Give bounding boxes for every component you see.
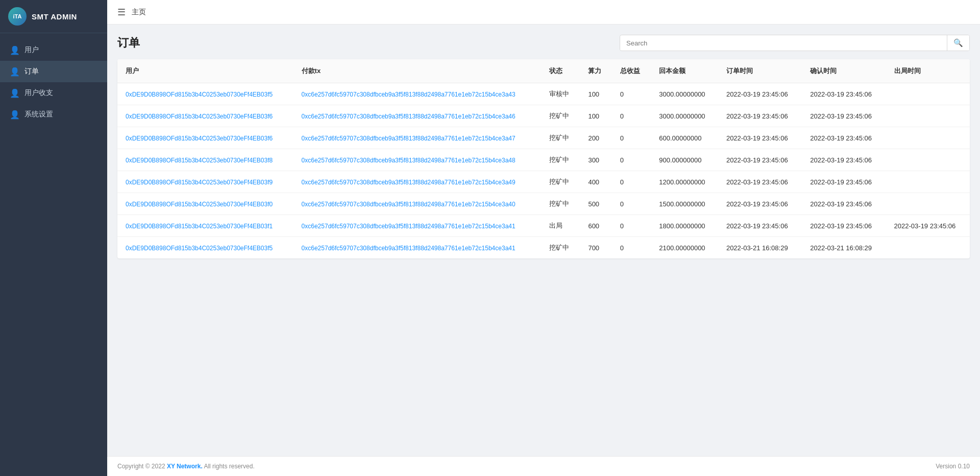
cell-income: 0	[612, 83, 651, 105]
topbar: ☰ 主页	[107, 0, 980, 25]
cell-user[interactable]: 0xDE9D0B898OFd815b3b4C0253eb0730eFf4EB03…	[117, 149, 293, 171]
sidebar-item-settings-label: 系统设置	[24, 110, 53, 119]
footer-version: Version 0.10	[936, 463, 970, 470]
col-order-time: 订单时间	[718, 59, 802, 83]
sidebar-item-user-income-label: 用户收支	[24, 88, 53, 98]
page-header: 订单 🔍	[117, 35, 970, 51]
table-row: 0xDE9D0B898OFd815b3b4C0253eb0730eFf4EB03…	[117, 149, 970, 171]
cell-income: 0	[612, 193, 651, 215]
cell-income: 0	[612, 127, 651, 149]
cell-income: 0	[612, 149, 651, 171]
cell-exit-time	[886, 193, 970, 215]
table-body: 0xDE9D0B898OFd815b3b4C0253eb0730eFf4EB03…	[117, 83, 970, 259]
cell-tx[interactable]: 0xc6e257d6fc59707c308dfbceb9a3f5f813f88d…	[293, 149, 541, 171]
cell-income: 0	[612, 171, 651, 193]
cell-status: 挖矿中	[541, 127, 580, 149]
cell-exit-time	[886, 237, 970, 259]
sidebar-item-settings[interactable]: 👤 系统设置	[0, 104, 107, 125]
search-button[interactable]: 🔍	[947, 35, 969, 51]
col-status: 状态	[541, 59, 580, 83]
cell-hashrate: 500	[580, 193, 611, 215]
footer-copyright-text: Copyright © 2022	[117, 463, 167, 470]
search-box: 🔍	[620, 35, 970, 51]
orders-table: 用户 付款tx 状态 算力 总收益 回本金额 订单时间 确认时间 出局时间 0x…	[117, 59, 970, 258]
table-row: 0xDE9D0B898OFd815b3b4C0253eb0730eFf4EB03…	[117, 237, 970, 259]
cell-confirm-time: 2022-03-19 23:45:06	[802, 83, 886, 105]
cell-confirm-time: 2022-03-21 16:08:29	[802, 237, 886, 259]
cell-tx[interactable]: 0xc6e257d6fc59707c308dfbceb9a3f5f813f88d…	[293, 105, 541, 127]
cell-tx[interactable]: 0xc6e257d6fc59707c308dfbceb9a3f5f813f88d…	[293, 127, 541, 149]
col-hashrate: 算力	[580, 59, 611, 83]
cell-order-time: 2022-03-19 23:45:06	[718, 149, 802, 171]
table-row: 0xDE9D0B898OFd815b3b4C0253eb0730eFf4EB03…	[117, 215, 970, 237]
orders-table-card: 用户 付款tx 状态 算力 总收益 回本金额 订单时间 确认时间 出局时间 0x…	[117, 59, 970, 258]
sidebar-item-orders[interactable]: 👤 订单	[0, 61, 107, 82]
col-user: 用户	[117, 59, 293, 83]
cell-user[interactable]: 0xDE9D0B898OFd815b3b4C0253eb0730eFf4EB03…	[117, 215, 293, 237]
cell-tx[interactable]: 0xc6e257d6fc59707c308dfbceb9a3f5f813f88d…	[293, 83, 541, 105]
income-icon: 👤	[10, 88, 19, 98]
cell-user[interactable]: 0xDE9D0B898OFd815b3b4C0253eb0730eFf4EB03…	[117, 127, 293, 149]
sidebar-item-users-label: 用户	[24, 45, 39, 55]
cell-user[interactable]: 0xDE9D0B898OFd815b3b4C0253eb0730eFf4EB03…	[117, 105, 293, 127]
cell-capital: 3000.00000000	[651, 105, 718, 127]
col-confirm-time: 确认时间	[802, 59, 886, 83]
cell-user[interactable]: 0xDE9D0B898OFd815b3b4C0253eb0730eFf4EB03…	[117, 171, 293, 193]
cell-hashrate: 100	[580, 105, 611, 127]
cell-order-time: 2022-03-21 16:08:29	[718, 237, 802, 259]
cell-user[interactable]: 0xDE9D0B898OFd815b3b4C0253eb0730eFf4EB03…	[117, 193, 293, 215]
col-tx: 付款tx	[293, 59, 541, 83]
cell-capital: 1800.00000000	[651, 215, 718, 237]
cell-tx[interactable]: 0xc6e257d6fc59707c308dfbceb9a3f5f813f88d…	[293, 215, 541, 237]
main-area: ☰ 主页 订单 🔍 用户 付款tx 状态 算力 总收益	[107, 0, 980, 476]
cell-order-time: 2022-03-19 23:45:06	[718, 105, 802, 127]
settings-icon: 👤	[10, 110, 19, 119]
cell-tx[interactable]: 0xc6e257d6fc59707c308dfbceb9a3f5f813f88d…	[293, 193, 541, 215]
cell-exit-time	[886, 105, 970, 127]
footer-brand: XY Network.	[167, 463, 203, 470]
sidebar: iTA SMT ADMIN 👤 用户 👤 订单 👤 用户收支 👤 系统设置	[0, 0, 107, 476]
cell-status: 挖矿中	[541, 193, 580, 215]
breadcrumb: 主页	[132, 8, 146, 17]
table-row: 0xDE9D0B898OFd815b3b4C0253eb0730eFf4EB03…	[117, 193, 970, 215]
footer: Copyright © 2022 XY Network. All rights …	[107, 456, 980, 476]
cell-exit-time: 2022-03-19 23:45:06	[886, 215, 970, 237]
cell-confirm-time: 2022-03-19 23:45:06	[802, 127, 886, 149]
cell-order-time: 2022-03-19 23:45:06	[718, 83, 802, 105]
cell-hashrate: 200	[580, 127, 611, 149]
search-input[interactable]	[620, 36, 947, 50]
page-title: 订单	[117, 35, 140, 51]
user-icon: 👤	[10, 45, 19, 55]
cell-capital: 2100.00000000	[651, 237, 718, 259]
cell-hashrate: 700	[580, 237, 611, 259]
menu-toggle-icon[interactable]: ☰	[117, 7, 126, 18]
cell-order-time: 2022-03-19 23:45:06	[718, 171, 802, 193]
cell-status: 出局	[541, 215, 580, 237]
sidebar-nav: 👤 用户 👤 订单 👤 用户收支 👤 系统设置	[0, 33, 107, 476]
cell-user[interactable]: 0xDE9D0B898OFd815b3b4C0253eb0730eFf4EB03…	[117, 83, 293, 105]
cell-confirm-time: 2022-03-19 23:45:06	[802, 193, 886, 215]
footer-version-label: Version	[936, 463, 956, 470]
cell-status: 挖矿中	[541, 149, 580, 171]
cell-tx[interactable]: 0xc6e257d6fc59707c308dfbceb9a3f5f813f88d…	[293, 171, 541, 193]
sidebar-header: iTA SMT ADMIN	[0, 0, 107, 33]
cell-capital: 3000.00000000	[651, 83, 718, 105]
cell-tx[interactable]: 0xc6e257d6fc59707c308dfbceb9a3f5f813f88d…	[293, 237, 541, 259]
cell-hashrate: 400	[580, 171, 611, 193]
table-row: 0xDE9D0B898OFd815b3b4C0253eb0730eFf4EB03…	[117, 171, 970, 193]
cell-exit-time	[886, 83, 970, 105]
cell-income: 0	[612, 105, 651, 127]
sidebar-item-user-income[interactable]: 👤 用户收支	[0, 82, 107, 104]
sidebar-item-orders-label: 订单	[24, 67, 39, 76]
cell-capital: 600.00000000	[651, 127, 718, 149]
cell-order-time: 2022-03-19 23:45:06	[718, 193, 802, 215]
table-header-row: 用户 付款tx 状态 算力 总收益 回本金额 订单时间 确认时间 出局时间	[117, 59, 970, 83]
cell-order-time: 2022-03-19 23:45:06	[718, 215, 802, 237]
cell-confirm-time: 2022-03-19 23:45:06	[802, 215, 886, 237]
col-capital: 回本金额	[651, 59, 718, 83]
sidebar-item-users[interactable]: 👤 用户	[0, 39, 107, 61]
table-row: 0xDE9D0B898OFd815b3b4C0253eb0730eFf4EB03…	[117, 83, 970, 105]
cell-hashrate: 100	[580, 83, 611, 105]
cell-exit-time	[886, 149, 970, 171]
cell-user[interactable]: 0xDE9D0B898OFd815b3b4C0253eb0730eFf4EB03…	[117, 237, 293, 259]
